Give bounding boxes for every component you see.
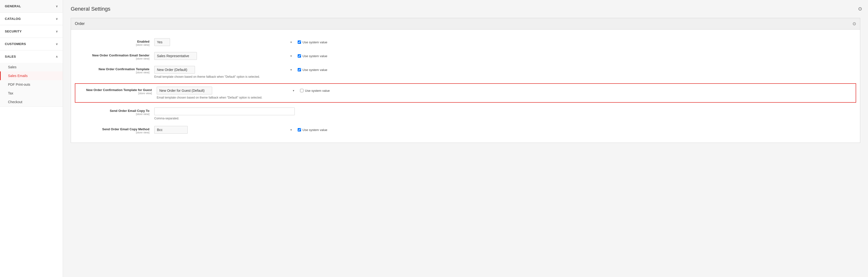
field-row-enabled: Enabled [store view] Yes No Use bbox=[71, 35, 860, 49]
sidebar-section-catalog-label: CATALOG bbox=[5, 17, 21, 21]
field-row-email-copy-method-inner: Bcc Separate Email Use system value bbox=[154, 126, 854, 134]
use-system-value-confirmation-template[interactable]: Use system value bbox=[298, 68, 328, 72]
sidebar-section-security-header[interactable]: SECURITY ∨ bbox=[0, 25, 63, 37]
field-control-confirmation-template: New Order (Default) Use system value Ema… bbox=[154, 66, 854, 79]
enabled-select[interactable]: Yes No bbox=[154, 38, 170, 46]
chevron-down-icon: ∨ bbox=[56, 17, 58, 21]
sidebar-section-general-label: GENERAL bbox=[5, 4, 21, 8]
use-system-value-checkbox-email-copy-method[interactable] bbox=[298, 128, 301, 131]
field-label-email-copy-to: Send Order Email Copy To [store view] bbox=[77, 107, 154, 116]
sidebar-section-sales-header[interactable]: SALES ∧ bbox=[0, 50, 63, 63]
enabled-select-wrapper: Yes No bbox=[154, 38, 295, 46]
field-label-email-copy-method: Send Order Email Copy Method [store view… bbox=[77, 126, 154, 134]
field-hint-confirmation-template: Email template chosen based on theme fal… bbox=[154, 75, 854, 79]
order-section-header[interactable]: Order ⊙ bbox=[71, 18, 860, 30]
field-row-email-sender-inner: Sales Representative General Contact Cus… bbox=[154, 52, 854, 60]
use-system-value-enabled[interactable]: Use system value bbox=[298, 40, 328, 44]
guest-template-select-wrapper: New Order for Guest (Default) bbox=[157, 87, 297, 94]
order-settings-panel: Enabled [store view] Yes No Use bbox=[71, 30, 860, 143]
field-control-email-copy-method: Bcc Separate Email Use system value bbox=[154, 126, 854, 134]
field-control-guest-template: New Order for Guest (Default) Use system… bbox=[157, 87, 852, 99]
field-row-email-copy-to-inner bbox=[154, 107, 854, 115]
main-content: General Settings Order ⊙ Enabled [store … bbox=[63, 0, 868, 149]
field-hint-guest-template: Email template chosen based on theme fal… bbox=[157, 96, 852, 99]
sidebar-item-sales[interactable]: Sales bbox=[0, 63, 63, 71]
sidebar: GENERAL ∨ CATALOG ∨ SECURITY ∨ CUSTOMERS… bbox=[0, 0, 63, 277]
chevron-down-icon: ∨ bbox=[56, 42, 58, 46]
field-row-enabled-inner: Yes No Use system value bbox=[154, 38, 854, 46]
use-system-value-email-copy-method[interactable]: Use system value bbox=[298, 128, 328, 132]
field-row-guest-template-inner: New Order for Guest (Default) Use system… bbox=[157, 87, 852, 94]
sidebar-section-catalog-header[interactable]: CATALOG ∨ bbox=[0, 12, 63, 25]
email-copy-method-select-wrapper: Bcc Separate Email bbox=[154, 126, 295, 134]
field-row-guest-template: New Order Confirmation Template for Gues… bbox=[75, 83, 856, 103]
field-hint-email-copy-to: Comma-separated. bbox=[154, 117, 854, 120]
field-row-confirmation-template-inner: New Order (Default) Use system value bbox=[154, 66, 854, 73]
field-label-confirmation-template: New Order Confirmation Template [store v… bbox=[77, 66, 154, 74]
sidebar-section-general: GENERAL ∨ bbox=[0, 0, 63, 12]
use-system-value-checkbox-email-sender[interactable] bbox=[298, 54, 301, 58]
field-row-email-sender: New Order Confirmation Email Sender [sto… bbox=[71, 49, 860, 63]
top-right-toggle[interactable]: ⊙ bbox=[858, 6, 862, 11]
field-row-confirmation-template: New Order Confirmation Template [store v… bbox=[71, 63, 860, 81]
field-control-email-sender: Sales Representative General Contact Cus… bbox=[154, 52, 854, 60]
chevron-down-icon: ∨ bbox=[56, 5, 58, 8]
chevron-up-icon: ∧ bbox=[56, 55, 58, 58]
email-sender-select-wrapper: Sales Representative General Contact Cus… bbox=[154, 52, 295, 60]
field-control-enabled: Yes No Use system value bbox=[154, 38, 854, 46]
order-section-title: Order bbox=[75, 22, 85, 26]
sidebar-sales-subitems: Sales Sales Emails PDF Print-outs Tax Ch… bbox=[0, 63, 63, 106]
sidebar-section-customers-label: CUSTOMERS bbox=[5, 42, 26, 46]
confirmation-template-select[interactable]: New Order (Default) bbox=[154, 66, 195, 73]
field-label-enabled: Enabled [store view] bbox=[77, 38, 154, 46]
sidebar-section-security-label: SECURITY bbox=[5, 30, 22, 33]
sidebar-section-general-header[interactable]: GENERAL ∨ bbox=[0, 0, 63, 12]
field-row-email-copy-method: Send Order Email Copy Method [store view… bbox=[71, 123, 860, 137]
use-system-value-guest-template[interactable]: Use system value bbox=[300, 89, 330, 92]
sidebar-item-checkout[interactable]: Checkout bbox=[0, 98, 63, 106]
use-system-value-checkbox-guest-template[interactable] bbox=[300, 89, 304, 92]
sidebar-section-sales-label: SALES bbox=[5, 55, 16, 58]
sidebar-item-tax[interactable]: Tax bbox=[0, 89, 63, 98]
sidebar-section-catalog: CATALOG ∨ bbox=[0, 12, 63, 25]
guest-template-select[interactable]: New Order for Guest (Default) bbox=[157, 87, 212, 94]
sidebar-section-customers-header[interactable]: CUSTOMERS ∨ bbox=[0, 38, 63, 50]
use-system-value-checkbox-enabled[interactable] bbox=[298, 40, 301, 44]
collapse-icon: ⊙ bbox=[858, 6, 862, 11]
sidebar-section-sales: SALES ∧ Sales Sales Emails PDF Print-out… bbox=[0, 50, 63, 106]
sidebar-item-sales-emails[interactable]: Sales Emails bbox=[0, 71, 63, 80]
confirmation-template-select-wrapper: New Order (Default) bbox=[154, 66, 295, 73]
main-wrapper: General Settings Order ⊙ Enabled [store … bbox=[63, 0, 868, 277]
email-sender-select[interactable]: Sales Representative General Contact Cus… bbox=[154, 52, 197, 60]
section-expand-icon[interactable]: ⊙ bbox=[852, 21, 856, 26]
email-copy-to-input[interactable] bbox=[154, 107, 295, 115]
field-control-email-copy-to: Comma-separated. bbox=[154, 107, 854, 120]
use-system-value-email-sender[interactable]: Use system value bbox=[298, 54, 328, 58]
use-system-value-checkbox-confirmation-template[interactable] bbox=[298, 68, 301, 71]
page-title: General Settings bbox=[71, 6, 860, 12]
field-row-email-copy-to: Send Order Email Copy To [store view] Co… bbox=[71, 104, 860, 123]
sidebar-section-security: SECURITY ∨ bbox=[0, 25, 63, 38]
chevron-down-icon: ∨ bbox=[56, 30, 58, 33]
field-label-email-sender: New Order Confirmation Email Sender [sto… bbox=[77, 52, 154, 60]
sidebar-section-customers: CUSTOMERS ∨ bbox=[0, 38, 63, 50]
email-copy-method-select[interactable]: Bcc Separate Email bbox=[154, 126, 188, 134]
sidebar-item-pdf-printouts[interactable]: PDF Print-outs bbox=[0, 80, 63, 89]
field-label-guest-template: New Order Confirmation Template for Gues… bbox=[79, 87, 157, 95]
